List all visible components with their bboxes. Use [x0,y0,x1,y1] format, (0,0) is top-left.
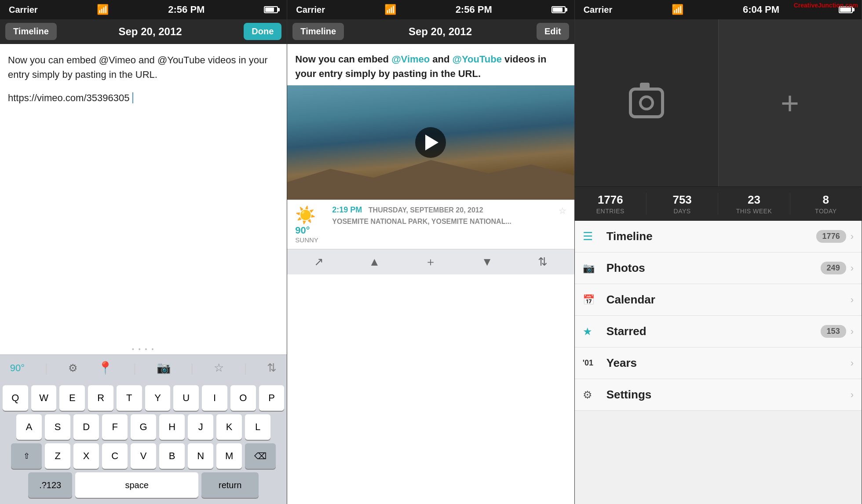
play-button[interactable] [415,127,446,158]
entry-time: 2:19 PM [332,205,362,214]
sep4: | [244,361,247,375]
move-icon[interactable]: ⇅ [267,361,277,375]
sep3: | [190,361,194,375]
key-r[interactable]: R [88,385,113,411]
key-g[interactable]: G [131,414,156,440]
starred-menu-icon: ★ [583,325,599,338]
editor-text: Now you can embed @Vimeo and @YouTube vi… [8,53,279,82]
key-q[interactable]: Q [3,385,28,411]
key-v[interactable]: V [131,443,156,469]
add-icon[interactable]: ＋ [425,254,436,270]
key-backspace[interactable]: ⌫ [245,443,276,469]
key-k[interactable]: K [216,414,242,440]
timeline-button-2[interactable]: Timeline [292,23,344,40]
menu-item-photos[interactable]: 📷 Photos 249 › [575,252,862,284]
stat-today: 8 TODAY [790,193,862,215]
key-m[interactable]: M [216,443,242,469]
editor-url[interactable]: https://vimeo.com/35396305 [8,91,279,105]
wifi-icon-3: 📶 [672,4,683,15]
sep2: | [133,361,136,375]
key-n[interactable]: N [188,443,213,469]
menu-item-starred[interactable]: ★ Starred 153 › [575,316,862,347]
gear-toolbar-icon: ⚙ [68,362,78,374]
days-label: DAYS [674,208,691,215]
temp-icon: 90° [10,362,25,374]
entries-label: ENTRIES [596,208,625,215]
timeline-button-1[interactable]: Timeline [5,23,57,40]
week-value: 23 [748,193,760,207]
menu-item-timeline[interactable]: ☰ Timeline 1776 › [575,221,862,252]
key-a[interactable]: A [16,414,42,440]
menu-item-settings[interactable]: ⚙ Settings › [575,379,862,411]
scroll-up-icon[interactable]: ▲ [369,255,380,269]
key-o[interactable]: O [230,385,256,411]
star-entry-icon[interactable]: ☆ [559,205,566,216]
star-toolbar-icon[interactable]: ☆ [214,361,224,375]
menu-item-calendar[interactable]: 📅 Calendar › [575,284,862,316]
entry-date: THURSDAY, SEPTEMBER 20, 2012 [369,206,483,214]
starred-chevron: › [851,326,854,337]
key-i[interactable]: I [202,385,227,411]
kb-row-4: .?123 space return [3,472,284,498]
photos-chevron: › [851,263,854,274]
temp-item[interactable]: 90° [10,362,25,374]
key-z[interactable]: Z [45,443,70,469]
key-b[interactable]: B [159,443,185,469]
key-e[interactable]: E [59,385,85,411]
menu-top-area: + [575,19,862,186]
vimeo-mention[interactable]: @Vimeo [391,54,430,65]
key-f[interactable]: F [102,414,128,440]
camera-area[interactable] [575,19,718,186]
settings-chevron: › [851,389,854,401]
key-x[interactable]: X [73,443,99,469]
entry-meta: ☀️ 90° SUNNY 2:19 PM THURSDAY, SEPTEMBER… [287,200,574,249]
add-entry-area[interactable]: + [718,19,862,186]
video-thumbnail[interactable] [287,85,574,200]
menu-top-icons: + [575,19,862,186]
days-value: 753 [672,193,691,207]
key-d[interactable]: D [73,414,99,440]
move-entry-icon[interactable]: ⇅ [538,255,548,269]
share-icon[interactable]: ↗ [314,255,324,269]
timeline-menu-label: Timeline [606,230,816,243]
camera-icon [629,88,664,118]
key-shift[interactable]: ⇧ [11,443,42,469]
youtube-mention[interactable]: @YouTube [453,54,502,65]
key-return[interactable]: return [201,472,259,498]
key-u[interactable]: U [173,385,199,411]
key-y[interactable]: Y [145,385,171,411]
camera-toolbar-icon[interactable]: 📷 [157,361,171,375]
editor-body[interactable]: Now you can embed @Vimeo and @YouTube vi… [0,44,287,344]
battery-icon-2 [552,6,566,13]
timeline-menu-icon: ☰ [583,230,599,243]
key-c[interactable]: C [102,443,128,469]
key-j[interactable]: J [188,414,213,440]
condition: SUNNY [295,236,318,244]
pin-icon[interactable]: 📍 [98,361,113,375]
photos-menu-icon: 📷 [583,263,599,274]
key-numbers[interactable]: .?123 [28,472,72,498]
entry-location: YOSEMITE NATIONAL PARK, YOSEMITE NATIONA… [332,218,566,226]
key-h[interactable]: H [159,414,185,440]
panel-view: Carrier 📶 2:56 PM Timeline Sep 20, 2012 … [287,0,574,504]
time-1: 2:56 PM [168,4,205,15]
key-p[interactable]: P [259,385,285,411]
key-t[interactable]: T [117,385,142,411]
nav-title-1: Sep 20, 2012 [119,26,182,38]
wifi-icon-2: 📶 [384,4,396,15]
key-l[interactable]: L [245,414,270,440]
stat-week: 23 THIS WEEK [718,193,790,215]
key-space[interactable]: space [75,472,198,498]
menu-item-years[interactable]: '01 Years › [575,347,862,379]
key-w[interactable]: W [31,385,57,411]
scroll-down-icon[interactable]: ▼ [482,255,493,269]
done-button[interactable]: Done [244,23,281,40]
settings-menu-icon: ⚙ [583,389,599,401]
nav-bar-2: Timeline Sep 20, 2012 Edit [287,19,574,44]
nav-title-2: Sep 20, 2012 [409,26,472,38]
panel-editor: Carrier 📶 2:56 PM Timeline Sep 20, 2012 … [0,0,287,504]
key-s[interactable]: S [45,414,70,440]
editor-toolbar: 90° | ⚙ 📍 | 📷 | ☆ | ⇅ [0,354,287,381]
stat-entries: 1776 ENTRIES [575,193,646,215]
edit-button[interactable]: Edit [537,23,569,40]
